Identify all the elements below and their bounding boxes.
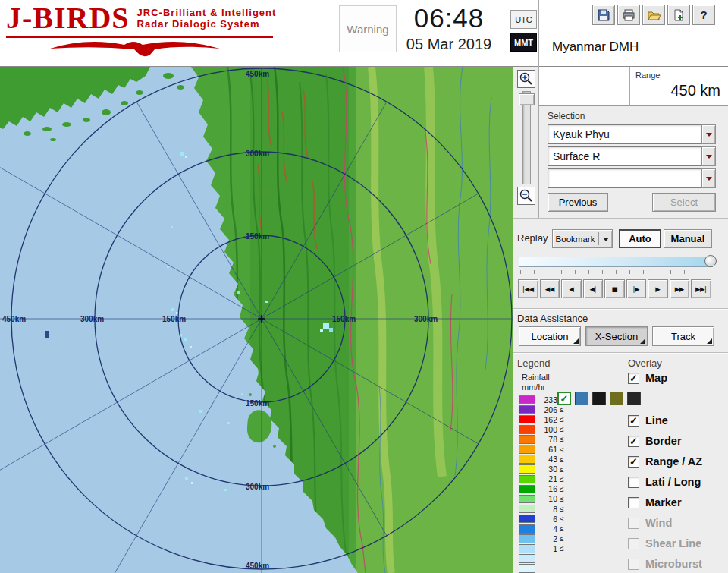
checkbox-marker[interactable] (628, 497, 639, 508)
auto-mode-button[interactable]: Auto (619, 229, 661, 248)
overlay-item-microburst: Microburst (628, 557, 728, 571)
legend-entry: 100≤ (519, 424, 564, 434)
checkbox-line[interactable]: ✓ (628, 415, 639, 427)
map-style-swatch-4[interactable] (610, 392, 623, 405)
track-button[interactable]: Track (652, 326, 714, 346)
site-dropdown[interactable]: Kyauk Phyu (548, 124, 716, 144)
legend-value: 78 (539, 435, 557, 444)
overlay-label-shear-line: Shear Line (645, 537, 701, 549)
help-button[interactable]: ? (692, 5, 715, 25)
checkbox-map[interactable]: ✓ (628, 373, 639, 384)
x-section-button[interactable]: X-Section (585, 326, 648, 346)
legend-color-swatch (519, 505, 535, 514)
option-dropdown-button[interactable] (701, 168, 716, 188)
manual-mode-button[interactable]: Manual (664, 229, 712, 248)
map-style-swatch-3[interactable] (592, 392, 606, 405)
save-button[interactable] (592, 5, 615, 25)
product-dropdown[interactable]: Surface R (548, 146, 716, 166)
legend-value: 21 (539, 474, 557, 483)
legend-lte-sign: ≤ (560, 544, 564, 553)
legend-value: 233 (539, 395, 557, 405)
transport-step-forward-button[interactable]: |▶ (626, 279, 647, 298)
replay-slider-ticks (520, 270, 711, 274)
legend-entry: 162≤ (519, 414, 564, 424)
page-plus-icon (672, 8, 686, 22)
checkbox-range-az[interactable]: ✓ (628, 456, 639, 468)
separator (513, 308, 728, 310)
overlay-label-border: Border (645, 435, 682, 447)
range-ring-label: 150km (246, 232, 269, 241)
transport-fast-rewind-button[interactable]: ◀◀ (540, 279, 560, 298)
legend-lte-sign: ≤ (560, 524, 564, 533)
transport-skip-backward-button[interactable]: |◀◀ (518, 279, 538, 298)
legend-entry: 2≤ (519, 534, 564, 543)
logo-subtitle-2: Radar Dialogic System (137, 18, 277, 30)
product-dropdown-button[interactable] (701, 146, 716, 166)
legend-color-swatch (519, 544, 535, 553)
legend-value: 43 (539, 455, 557, 464)
legend-color-swatch (519, 515, 535, 524)
transport-step-backward-button[interactable]: ◀| (583, 279, 604, 298)
location-button[interactable]: Location (519, 326, 581, 346)
printer-icon (622, 8, 635, 22)
range-ring-label: 150km (246, 399, 269, 408)
radar-map-graphic: 450km300km150km150km300km450km450km300km… (0, 67, 513, 573)
legend-value: 100 (539, 425, 557, 434)
legend-color-swatch (519, 495, 535, 504)
transport-fast-forward-button[interactable]: ▶▶ (670, 279, 690, 298)
transport-play-forward-button[interactable]: ▶ (648, 279, 668, 298)
range-ring-label: 450km (2, 315, 26, 323)
open-folder-button[interactable] (642, 5, 665, 25)
transport-play-backward-button[interactable]: ◀ (561, 279, 582, 298)
zoom-out-button[interactable] (517, 187, 535, 205)
previous-button[interactable]: Previous (548, 193, 608, 212)
legend-color-swatch (519, 445, 535, 454)
legend-unit-line2: mm/hr (522, 383, 545, 392)
date-display: 05 Mar 2019 (391, 36, 507, 53)
range-ring-label: 300km (246, 150, 269, 158)
bookmark-button[interactable]: Bookmark (552, 229, 613, 248)
replay-slider-track[interactable] (519, 257, 713, 267)
zoom-in-button[interactable] (517, 70, 535, 88)
radar-map-canvas[interactable]: 450km300km150km150km300km450km450km300km… (0, 67, 513, 573)
range-ring-label: 300km (414, 315, 438, 323)
legend-lte-sign: ≤ (560, 435, 564, 443)
overlay-title: Overlay (628, 357, 662, 369)
corner-triangle-icon (640, 338, 645, 344)
utc-button[interactable]: UTC (510, 10, 537, 29)
mmt-button[interactable]: MMT (510, 33, 537, 52)
legend-unit-line1: Rainfall (522, 373, 550, 382)
magnifier-minus-icon (519, 188, 534, 203)
map-style-swatch-2[interactable] (575, 392, 588, 405)
legend-value: 16 (539, 484, 557, 493)
range-ring-label: 150km (332, 315, 356, 323)
option-dropdown[interactable] (548, 168, 716, 188)
range-ring-label: 450km (246, 562, 269, 570)
site-dropdown-button[interactable] (701, 124, 716, 144)
zoom-slider-thumb[interactable] (519, 93, 535, 105)
checkbox-lati-long[interactable] (628, 477, 639, 488)
chevron-down-icon (706, 133, 712, 140)
range-value: 450 km (635, 82, 720, 99)
overlay-item-shear-line: Shear Line (628, 537, 728, 550)
map-style-swatch-5[interactable] (627, 392, 641, 405)
checkbox-border[interactable]: ✓ (628, 436, 639, 447)
legend-lte-sign: ≤ (560, 505, 564, 513)
legend-entry (519, 564, 564, 573)
export-button[interactable] (667, 5, 690, 25)
overlay-item-marker: Marker (628, 496, 728, 509)
transport-stop-button[interactable]: ■ (604, 279, 625, 298)
map-style-swatch-1[interactable]: ✓ (557, 392, 571, 405)
overlay-label-microburst: Microburst (645, 558, 702, 570)
legend-value: 1 (539, 544, 557, 553)
warning-button[interactable]: Warning (339, 5, 397, 52)
transport-skip-forward-button[interactable]: ▶▶| (691, 279, 711, 298)
legend-color-swatch (519, 534, 535, 543)
legend-entry: 10≤ (519, 494, 564, 504)
legend-value: 10 (539, 494, 557, 503)
track-label: Track (671, 331, 695, 342)
print-button[interactable] (617, 5, 640, 25)
legend-color-swatch (519, 415, 535, 424)
overlay-label-lati-long: Lati / Long (645, 476, 701, 488)
replay-slider-thumb[interactable] (704, 255, 717, 267)
